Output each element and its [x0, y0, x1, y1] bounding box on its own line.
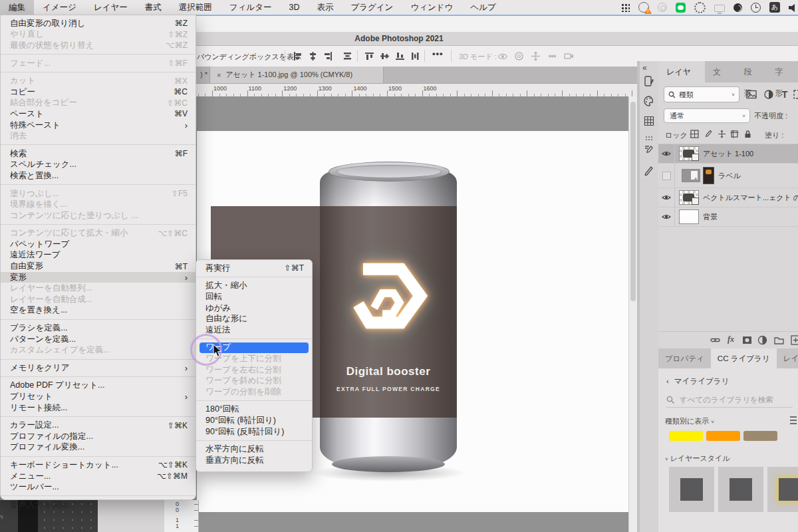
filter-adjustment-icon[interactable]	[763, 89, 774, 100]
screen-time-icon[interactable]	[733, 3, 742, 12]
layer-visibility-toggle[interactable]	[658, 164, 675, 188]
menu-item[interactable]: 90°回転 (時計回り)	[196, 415, 312, 426]
menu-item[interactable]: コピー⌘C	[1, 86, 196, 98]
3d-orbit-icon[interactable]	[497, 51, 507, 61]
menu-item[interactable]: 遠近法ワープ	[1, 250, 196, 261]
panel-tab-3[interactable]: 字形	[767, 61, 798, 82]
menu-item[interactable]: ツールバー...	[1, 481, 196, 493]
adjustment-layer-icon[interactable]	[757, 335, 767, 345]
clock-icon[interactable]	[751, 3, 761, 13]
menu-item[interactable]: パペットワープ	[1, 239, 196, 250]
menubar-item-1[interactable]: イメージ	[34, 0, 85, 15]
layer-style-thumbnail-1[interactable]	[718, 467, 763, 512]
menubar-item-2[interactable]: レイヤー	[85, 0, 136, 15]
color-swatch-0[interactable]	[669, 431, 703, 441]
volume-icon[interactable]	[789, 3, 797, 11]
screen-record-icon[interactable]	[658, 3, 667, 12]
menu-item[interactable]: 自由変形⌘T	[1, 261, 196, 272]
view-by-type-dropdown[interactable]: 種類別に表示 ˅	[665, 416, 714, 426]
new-layer-icon[interactable]	[791, 335, 798, 345]
3d-slide-icon[interactable]	[547, 51, 557, 61]
align-bottom-icon[interactable]	[395, 51, 405, 61]
layer-thumbnail[interactable]	[679, 190, 699, 205]
library-back-row[interactable]: ‹マイライブラリ	[666, 376, 729, 386]
menu-item[interactable]: 180°回転	[196, 404, 312, 416]
menu-item[interactable]: ブラシを定義...	[1, 323, 196, 334]
menu-item[interactable]: キーボードショートカット...⌥⇧⌘K	[1, 460, 196, 471]
distribute-vertical-icon[interactable]	[410, 51, 420, 61]
menu-item[interactable]: 自由変形の取り消し⌘Z	[1, 18, 196, 29]
menubar-item-10[interactable]: ヘルプ	[462, 0, 504, 15]
color-palette-icon[interactable]	[644, 96, 654, 106]
3d-camera-icon[interactable]	[564, 51, 574, 61]
distribute-horizontal-icon[interactable]	[342, 51, 352, 61]
menubar-item-3[interactable]: 書式	[136, 0, 170, 15]
menubar-item-5[interactable]: フィルター	[221, 0, 281, 15]
layer-thumbnail[interactable]	[679, 209, 699, 224]
collapse-panels-icon[interactable]: «	[642, 63, 647, 72]
menu-item[interactable]: カラー設定...⇧⌘K	[1, 420, 196, 431]
menu-item[interactable]: ゆがみ	[196, 303, 312, 314]
menu-item[interactable]: 再実行⇧⌘T	[196, 263, 312, 274]
bottom-panel-tab-0[interactable]: プロパティ	[658, 348, 711, 368]
apps-grid-icon[interactable]	[621, 3, 630, 12]
menu-item[interactable]: メモリをクリア›	[1, 362, 196, 374]
align-center-horizontal-icon[interactable]	[308, 51, 318, 61]
layer-visibility-toggle[interactable]	[658, 144, 675, 163]
line-app-icon[interactable]	[676, 3, 686, 13]
menubar-item-7[interactable]: 表示	[308, 0, 342, 15]
menu-item[interactable]: 遠近法	[196, 325, 312, 336]
menu-item[interactable]: 検索と置換...	[1, 170, 196, 182]
3d-pan-icon[interactable]	[531, 51, 541, 61]
panel-tab-0[interactable]: レイヤー	[658, 61, 705, 82]
menu-item[interactable]: メニュー...⌥⇧⌘M	[1, 471, 196, 482]
lock-transparent-icon[interactable]	[690, 129, 699, 138]
panel-tab-2[interactable]: 段落	[736, 61, 767, 82]
brush-settings-icon[interactable]	[644, 145, 654, 156]
menubar-item-8[interactable]: プラグイン	[342, 0, 402, 15]
menu-item[interactable]: 自由な形に	[196, 313, 312, 325]
menu-item[interactable]: 水平方向に反転	[196, 444, 312, 455]
lock-all-icon[interactable]	[743, 129, 752, 138]
menu-item[interactable]: スペルチェック...	[1, 160, 196, 171]
bottom-panel-tab-1[interactable]: CC ライブラリ	[711, 348, 777, 368]
color-swatch-1[interactable]	[706, 431, 740, 441]
menu-item[interactable]: 回転	[196, 291, 312, 303]
menubar-item-0[interactable]: 編集	[0, 0, 34, 15]
layer-thumbnail[interactable]	[703, 167, 714, 184]
menu-item[interactable]: 空を置き換え...	[1, 305, 196, 317]
menu-item[interactable]: 垂直方向に反転	[196, 455, 312, 466]
menu-item[interactable]: 拡大・縮小	[196, 281, 312, 292]
menu-item[interactable]: パターンを定義...	[1, 334, 196, 345]
menu-item[interactable]: 90°回転 (反時計回り)	[196, 426, 312, 438]
3d-roll-icon[interactable]	[514, 51, 524, 61]
menu-item[interactable]: Adobe PDF プリセット...	[1, 380, 196, 392]
menu-item[interactable]: プロファイル変換...	[1, 442, 196, 454]
tool-presets-icon[interactable]	[644, 165, 654, 176]
layer-style-thumbnail-0[interactable]	[669, 467, 714, 512]
vertical-scrollbar[interactable]	[628, 96, 638, 532]
layer-row-1[interactable]: ×ラベル	[658, 164, 798, 188]
menu-item[interactable]: 変形›	[1, 272, 196, 283]
layer-thumbnail[interactable]	[679, 146, 699, 161]
bounding-box-option-label[interactable]: バウンディングボックスを表示	[197, 52, 301, 62]
align-middle-icon[interactable]	[380, 51, 390, 61]
filter-type-icon[interactable]: T	[779, 89, 790, 100]
menu-item[interactable]: プリセット›	[1, 391, 196, 402]
display-icon[interactable]	[714, 5, 725, 12]
menubar-item-9[interactable]: ウィンドウ	[402, 0, 462, 15]
layer-visibility-toggle[interactable]	[658, 207, 675, 226]
settings-badge-icon[interactable]	[694, 2, 706, 13]
layer-visibility-toggle[interactable]	[658, 188, 675, 207]
lock-position-icon[interactable]	[718, 129, 726, 138]
layer-row-3[interactable]: 背景	[658, 207, 798, 227]
bottom-panel-tab-2[interactable]: レイヤーカン	[777, 348, 798, 368]
notes-panel-icon[interactable]	[644, 76, 654, 86]
layer-mask-icon[interactable]	[742, 335, 752, 345]
previous-tab-fragment[interactable]: ) *	[200, 70, 207, 78]
panel-tab-1[interactable]: 文字	[705, 61, 736, 82]
scrollbar-thumb[interactable]	[630, 102, 636, 301]
layer-filter-dropdown[interactable]: 種類 ˅	[664, 86, 739, 102]
link-layers-icon[interactable]	[710, 335, 720, 345]
layer-mask-thumbnail[interactable]: ×	[682, 169, 700, 182]
